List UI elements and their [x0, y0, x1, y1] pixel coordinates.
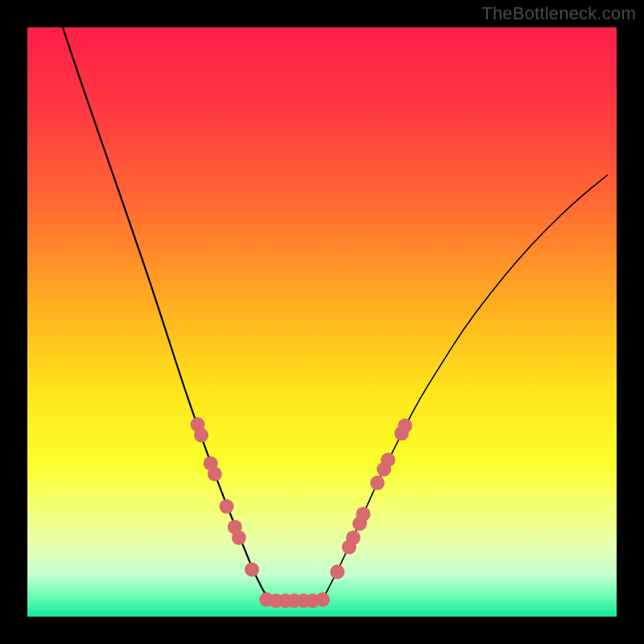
marker-dot: [370, 476, 385, 490]
marker-dot: [208, 467, 222, 481]
chart-svg: [0, 0, 644, 644]
marker-dot: [219, 499, 233, 514]
marker-dot: [381, 452, 395, 467]
marker-dot: [356, 507, 370, 522]
stage: TheBottleneck.com: [0, 0, 644, 644]
marker-dot: [346, 530, 361, 545]
marker-dot: [232, 530, 246, 545]
gradient-background: [27, 27, 617, 617]
watermark-text: TheBottleneck.com: [481, 3, 636, 24]
marker-dot: [194, 428, 208, 443]
marker-dot: [330, 564, 345, 579]
marker-dot: [398, 419, 412, 433]
marker-dot: [245, 562, 259, 576]
marker-dot: [316, 592, 330, 607]
